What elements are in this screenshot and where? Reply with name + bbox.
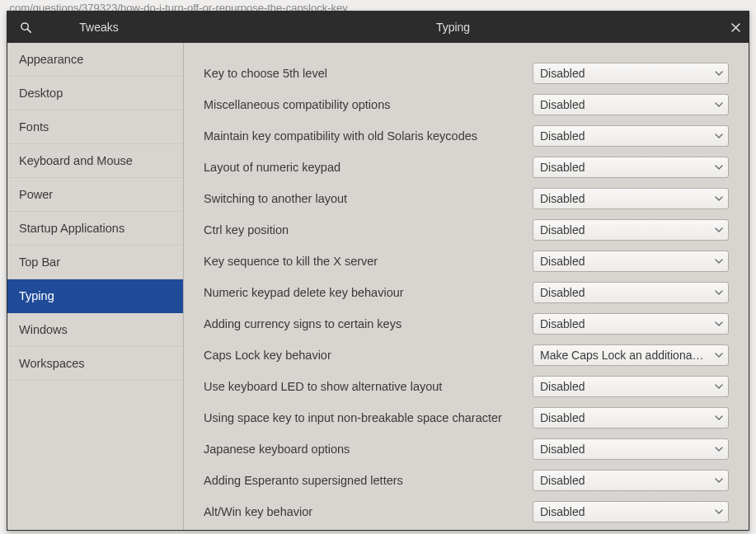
setting-label: Japanese keyboard options	[204, 443, 533, 456]
setting-combo-value: Disabled	[540, 317, 710, 330]
setting-combo-value: Disabled	[540, 443, 710, 456]
setting-combo[interactable]: Disabled	[533, 251, 729, 272]
setting-row: Use keyboard LED to show alternative lay…	[204, 376, 729, 397]
sidebar-item-label: Typing	[19, 289, 54, 302]
sidebar-item-label: Keyboard and Mouse	[19, 154, 133, 167]
setting-label: Key sequence to kill the X server	[204, 255, 533, 268]
sidebar-item-desktop[interactable]: Desktop	[7, 77, 183, 110]
setting-label: Maintain key compatibility with old Sola…	[204, 129, 533, 143]
setting-label: Caps Lock key behavior	[204, 349, 533, 362]
sidebar-item-label: Appearance	[19, 53, 83, 66]
chevron-down-icon	[715, 415, 723, 420]
setting-combo-value: Disabled	[540, 505, 710, 518]
setting-row: Adding currency signs to certain keysDis…	[204, 313, 729, 335]
content-panel: Key to choose 5th levelDisabledMiscellan…	[184, 43, 749, 530]
sidebar-item-label: Workspaces	[19, 357, 85, 370]
close-button[interactable]	[722, 12, 749, 43]
tweaks-window: Tweaks Typing AppearanceDesktopFontsKeyb…	[7, 11, 749, 531]
setting-row: Using space key to input non-breakable s…	[204, 407, 729, 429]
sidebar-item-keyboard-and-mouse[interactable]: Keyboard and Mouse	[7, 144, 183, 178]
setting-combo[interactable]: Disabled	[533, 438, 729, 460]
setting-combo[interactable]: Make Caps Lock an additiona…	[533, 344, 729, 366]
sidebar-item-label: Top Bar	[19, 255, 60, 269]
setting-combo[interactable]: Disabled	[533, 219, 729, 241]
chevron-down-icon	[715, 227, 723, 232]
sidebar-item-power[interactable]: Power	[7, 178, 183, 212]
setting-combo[interactable]: Disabled	[533, 282, 729, 303]
setting-label: Adding currency signs to certain keys	[204, 317, 533, 330]
close-icon	[731, 23, 740, 32]
titlebar: Tweaks Typing	[7, 12, 749, 43]
setting-row: Ctrl key positionDisabled	[204, 219, 729, 241]
chevron-down-icon	[715, 196, 723, 201]
setting-combo-value: Disabled	[540, 67, 710, 80]
chevron-down-icon	[715, 259, 723, 264]
setting-combo-value: Disabled	[540, 411, 710, 424]
sidebar: AppearanceDesktopFontsKeyboard and Mouse…	[7, 43, 184, 530]
setting-combo-value: Disabled	[540, 129, 710, 143]
setting-label: Switching to another layout	[204, 192, 533, 205]
sidebar-item-label: Fonts	[19, 120, 49, 134]
setting-row: Key sequence to kill the X serverDisable…	[204, 251, 729, 272]
setting-combo[interactable]: Disabled	[533, 501, 729, 522]
chevron-down-icon	[715, 509, 723, 514]
chevron-down-icon	[715, 321, 723, 326]
chevron-down-icon	[715, 447, 723, 452]
chevron-down-icon	[715, 71, 723, 76]
search-button[interactable]	[12, 16, 39, 39]
setting-combo[interactable]: Disabled	[533, 94, 729, 115]
search-icon	[20, 21, 32, 34]
chevron-down-icon	[715, 290, 723, 295]
setting-label: Miscellaneous compatibility options	[204, 98, 533, 111]
setting-label: Use keyboard LED to show alternative lay…	[204, 380, 533, 393]
setting-combo[interactable]: Disabled	[533, 407, 729, 429]
setting-combo[interactable]: Disabled	[533, 470, 729, 491]
setting-combo-value: Disabled	[540, 286, 710, 299]
setting-label: Numeric keypad delete key behaviour	[204, 286, 533, 299]
setting-combo[interactable]: Disabled	[533, 157, 729, 178]
setting-combo[interactable]: Disabled	[533, 188, 729, 209]
sidebar-item-typing[interactable]: Typing	[7, 279, 183, 313]
setting-label: Adding Esperanto supersigned letters	[204, 474, 533, 487]
setting-row: Maintain key compatibility with old Sola…	[204, 125, 729, 147]
setting-combo-value: Disabled	[540, 255, 710, 268]
sidebar-item-workspaces[interactable]: Workspaces	[7, 347, 183, 381]
setting-row: Alt/Win key behaviorDisabled	[204, 501, 729, 522]
setting-label: Key to choose 5th level	[204, 67, 533, 80]
sidebar-item-startup-applications[interactable]: Startup Applications	[7, 212, 183, 246]
setting-row: Key to choose 5th levelDisabled	[204, 63, 729, 84]
setting-combo[interactable]: Disabled	[533, 125, 729, 147]
chevron-down-icon	[715, 102, 723, 107]
page-title: Typing	[184, 21, 722, 34]
body-area: AppearanceDesktopFontsKeyboard and Mouse…	[7, 43, 749, 530]
chevron-down-icon	[715, 165, 723, 170]
setting-combo[interactable]: Disabled	[533, 376, 729, 397]
setting-label: Ctrl key position	[204, 223, 533, 237]
sidebar-item-label: Windows	[19, 323, 68, 336]
app-title: Tweaks	[39, 21, 184, 34]
chevron-down-icon	[715, 478, 723, 483]
setting-combo-value: Disabled	[540, 192, 710, 205]
sidebar-item-top-bar[interactable]: Top Bar	[7, 246, 183, 279]
setting-combo-value: Disabled	[540, 474, 710, 487]
setting-combo-value: Disabled	[540, 98, 710, 111]
setting-combo-value: Disabled	[540, 380, 710, 393]
setting-row: Japanese keyboard optionsDisabled	[204, 438, 729, 460]
chevron-down-icon	[715, 384, 723, 389]
setting-row: Layout of numeric keypadDisabled	[204, 157, 729, 178]
setting-row: Adding Esperanto supersigned lettersDisa…	[204, 470, 729, 491]
sidebar-item-fonts[interactable]: Fonts	[7, 110, 183, 144]
setting-row: Numeric keypad delete key behaviourDisab…	[204, 282, 729, 303]
titlebar-left: Tweaks	[7, 16, 184, 39]
svg-line-1	[27, 29, 31, 32]
sidebar-item-windows[interactable]: Windows	[7, 313, 183, 347]
sidebar-item-label: Power	[19, 188, 53, 201]
setting-row: Caps Lock key behaviorMake Caps Lock an …	[204, 344, 729, 366]
setting-label: Alt/Win key behavior	[204, 505, 533, 518]
setting-row: Miscellaneous compatibility optionsDisab…	[204, 94, 729, 115]
setting-label: Using space key to input non-breakable s…	[204, 411, 533, 424]
setting-combo[interactable]: Disabled	[533, 63, 729, 84]
setting-combo-value: Disabled	[540, 223, 710, 237]
setting-combo[interactable]: Disabled	[533, 313, 729, 335]
sidebar-item-appearance[interactable]: Appearance	[7, 43, 183, 77]
